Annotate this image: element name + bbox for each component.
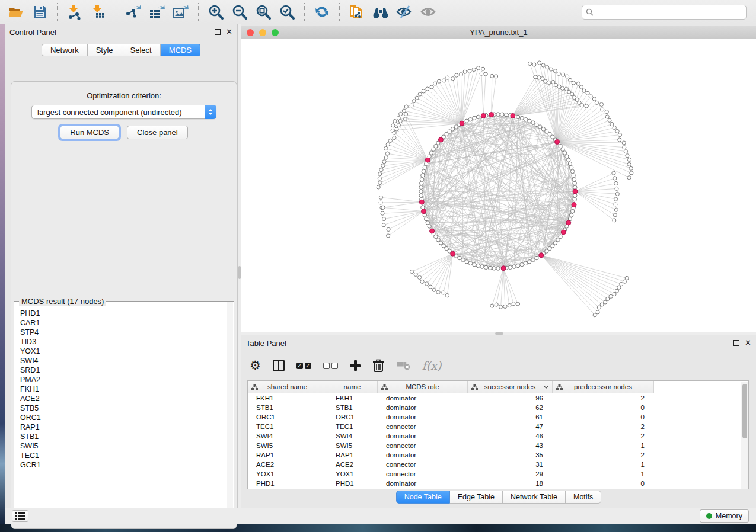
- table-cell[interactable]: SWI4: [248, 432, 327, 440]
- table-cell[interactable]: 46: [468, 432, 553, 440]
- tab-node-table[interactable]: Node Table: [396, 491, 450, 504]
- table-row[interactable]: STB1STB1dominator620: [248, 403, 748, 412]
- mcds-result-item[interactable]: SWI5: [20, 441, 227, 451]
- table-cell[interactable]: RAP1: [327, 451, 378, 459]
- table-cell[interactable]: connector: [378, 461, 468, 468]
- table-row[interactable]: TEC1TEC1connector472: [248, 422, 748, 431]
- table-cell[interactable]: 2: [553, 423, 654, 430]
- table-scrollbar[interactable]: [741, 382, 748, 489]
- mcds-result-item[interactable]: FKH1: [20, 384, 227, 394]
- table-cell[interactable]: connector: [378, 470, 468, 477]
- import-table-button[interactable]: [88, 2, 109, 21]
- mcds-result-item[interactable]: YOX1: [20, 347, 227, 356]
- column-header-successor-nodes[interactable]: successor nodes: [468, 381, 553, 393]
- table-cell[interactable]: connector: [378, 442, 468, 449]
- table-cell[interactable]: SWI4: [327, 432, 378, 440]
- splitter-grip[interactable]: [495, 332, 503, 335]
- criterion-dropdown[interactable]: largest connected component (undirected): [31, 105, 216, 119]
- mcds-result-item[interactable]: SWI4: [20, 356, 227, 366]
- zoom-in-button[interactable]: [206, 2, 226, 21]
- table-cell[interactable]: TEC1: [248, 423, 327, 430]
- deselect-all-rows-button[interactable]: [323, 363, 338, 369]
- table-row[interactable]: FKH1FKH1dominator962: [248, 393, 748, 403]
- table-settings-button[interactable]: ⚙: [250, 358, 261, 373]
- close-panel-icon[interactable]: ✕: [226, 29, 232, 35]
- mcds-result-item[interactable]: SRD1: [20, 366, 227, 375]
- table-cell[interactable]: 2: [553, 395, 654, 402]
- table-cell[interactable]: SWI5: [327, 442, 378, 449]
- tab-network[interactable]: Network: [42, 44, 88, 56]
- float-panel-icon[interactable]: [733, 340, 739, 346]
- mcds-result-item[interactable]: CAR1: [20, 318, 227, 328]
- mcds-result-item[interactable]: RAP1: [20, 422, 227, 432]
- table-cell[interactable]: TEC1: [327, 423, 378, 430]
- mcds-result-item[interactable]: PMA2: [20, 375, 227, 384]
- table-cell[interactable]: 29: [468, 470, 553, 477]
- apply-layout-button[interactable]: [312, 2, 332, 21]
- column-header-name[interactable]: name: [327, 381, 378, 393]
- table-cell[interactable]: 62: [468, 404, 553, 411]
- splitter-grip[interactable]: [238, 266, 241, 279]
- close-panel-icon[interactable]: ✕: [745, 340, 751, 346]
- table-cell[interactable]: STB1: [327, 404, 378, 411]
- table-cell[interactable]: 43: [468, 442, 553, 449]
- table-row[interactable]: RAP1RAP1dominator352: [248, 450, 748, 460]
- table-row[interactable]: SWI4SWI4dominator462: [248, 431, 748, 441]
- table-cell[interactable]: dominator: [378, 414, 468, 421]
- open-session-button[interactable]: [6, 2, 26, 21]
- table-cell[interactable]: YOX1: [327, 470, 378, 477]
- eye-disabled-button[interactable]: [418, 2, 438, 21]
- tab-mcds[interactable]: MCDS: [161, 44, 200, 56]
- column-header-shared-name[interactable]: shared name: [248, 381, 327, 393]
- tab-motifs[interactable]: Motifs: [566, 491, 601, 504]
- memory-button[interactable]: Memory: [700, 509, 749, 523]
- table-row[interactable]: ACE2ACE2connector311: [248, 460, 748, 469]
- float-panel-icon[interactable]: [215, 29, 221, 35]
- search-field[interactable]: [582, 5, 747, 20]
- table-cell[interactable]: ORC1: [248, 414, 327, 421]
- mcds-result-scrollbar[interactable]: [227, 302, 233, 520]
- scrollbar-thumb[interactable]: [742, 384, 747, 438]
- table-cell[interactable]: RAP1: [248, 451, 327, 459]
- mcds-result-item[interactable]: STP4: [20, 328, 227, 337]
- search-input[interactable]: [596, 8, 742, 16]
- table-cell[interactable]: 1: [553, 442, 654, 449]
- export-network-button[interactable]: [123, 2, 143, 21]
- table-cell[interactable]: 2: [553, 451, 654, 459]
- table-cell[interactable]: 35: [468, 451, 553, 459]
- table-cell[interactable]: YOX1: [248, 470, 327, 477]
- mcds-result-item[interactable]: STB5: [20, 403, 227, 413]
- table-row[interactable]: YOX1YOX1connector291: [248, 469, 748, 479]
- console-button[interactable]: [12, 510, 28, 522]
- table-cell[interactable]: dominator: [378, 451, 468, 459]
- delete-column-button[interactable]: [372, 359, 384, 372]
- table-cell[interactable]: connector: [378, 423, 468, 430]
- table-cell[interactable]: dominator: [378, 432, 468, 440]
- table-row[interactable]: PHD1PHD1dominator180: [248, 479, 748, 488]
- mcds-result-item[interactable]: STB1: [20, 432, 227, 441]
- export-table-button[interactable]: [147, 2, 167, 21]
- table-cell[interactable]: 47: [468, 423, 553, 430]
- table-cell[interactable]: dominator: [378, 404, 468, 411]
- tab-network-table[interactable]: Network Table: [503, 491, 566, 504]
- mcds-result-item[interactable]: PHD1: [20, 309, 227, 318]
- mcds-result-item[interactable]: TEC1: [20, 451, 227, 460]
- clone-network-button[interactable]: [347, 2, 367, 21]
- table-cell[interactable]: ACE2: [248, 461, 327, 468]
- mcds-result-item[interactable]: ORC1: [20, 413, 227, 422]
- table-cell[interactable]: 61: [468, 414, 553, 421]
- table-cell[interactable]: 0: [553, 414, 654, 421]
- tab-style[interactable]: Style: [88, 44, 122, 56]
- show-graphics-details-button[interactable]: [394, 2, 414, 21]
- network-canvas[interactable]: [241, 39, 756, 332]
- column-header-MCDS-role[interactable]: MCDS role: [378, 381, 468, 393]
- tab-select[interactable]: Select: [122, 44, 161, 56]
- table-cell[interactable]: 1: [553, 470, 654, 477]
- table-cell[interactable]: PHD1: [248, 480, 327, 487]
- window-close-button[interactable]: [247, 29, 254, 36]
- add-column-button[interactable]: [350, 360, 361, 371]
- import-network-button[interactable]: [65, 2, 85, 21]
- search-network-button[interactable]: [371, 2, 391, 21]
- table-cell[interactable]: FKH1: [327, 395, 378, 402]
- table-cell[interactable]: 31: [468, 461, 553, 468]
